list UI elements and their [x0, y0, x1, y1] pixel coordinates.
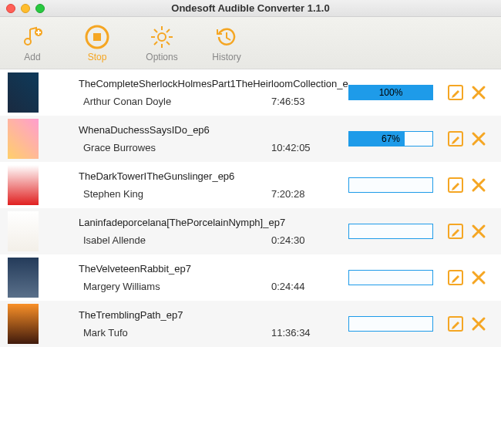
item-title: TheCompleteSherlockHolmesPart1TheHeirloo… — [79, 78, 348, 89]
progress-percent — [349, 178, 432, 192]
edit-button[interactable] — [447, 223, 464, 240]
music-plus-icon — [19, 24, 45, 50]
remove-button[interactable] — [470, 269, 487, 286]
stop-icon — [84, 24, 110, 50]
svg-point-4 — [158, 33, 166, 41]
progress-percent — [349, 317, 432, 331]
close-icon[interactable] — [6, 4, 15, 13]
item-info: TheVelveteenRabbit_ep7Margery Williams0:… — [39, 263, 348, 292]
edit-button[interactable] — [447, 130, 464, 147]
item-info: TheTremblingPath_ep7Mark Tufo11:36:34 — [39, 309, 348, 339]
window-title: Ondesoft Audible Converter 1.1.0 — [0, 2, 501, 14]
progress-bar — [348, 177, 433, 193]
remove-button[interactable] — [470, 84, 487, 101]
remove-button[interactable] — [470, 315, 487, 332]
item-author: Grace Burrowes — [79, 142, 271, 153]
stop-button[interactable]: Stop — [74, 24, 120, 62]
edit-button[interactable] — [447, 84, 464, 101]
progress-percent — [349, 224, 432, 238]
item-info: WhenaDuchessSaysIDo_ep6Grace Burrowes10:… — [39, 124, 348, 153]
item-title: WhenaDuchessSaysIDo_ep6 — [79, 124, 348, 136]
remove-button[interactable] — [470, 223, 487, 240]
history-button[interactable]: History — [203, 24, 250, 62]
cover-thumbnail — [8, 258, 39, 298]
svg-point-0 — [25, 39, 31, 45]
progress-bar: 67% — [348, 131, 433, 147]
remove-button[interactable] — [470, 130, 487, 147]
edit-button[interactable] — [447, 177, 464, 194]
progress-percent: 100% — [349, 86, 432, 99]
gear-icon — [149, 24, 175, 50]
edit-button[interactable] — [447, 315, 464, 332]
item-author: Isabel Allende — [79, 234, 271, 246]
add-button[interactable]: Add — [9, 24, 55, 62]
cover-thumbnail — [8, 211, 39, 251]
cover-thumbnail — [8, 165, 39, 205]
remove-button[interactable] — [470, 177, 487, 194]
cover-thumbnail — [8, 72, 39, 113]
item-duration: 0:24:30 — [271, 234, 333, 246]
progress-bar: 100% — [348, 85, 433, 100]
list-item[interactable]: TheTremblingPath_ep7Mark Tufo11:36:34 — [0, 301, 501, 347]
svg-line-9 — [154, 29, 157, 32]
list-item[interactable]: TheVelveteenRabbit_ep7Margery Williams0:… — [0, 254, 501, 301]
list-item[interactable]: WhenaDuchessSaysIDo_ep6Grace Burrowes10:… — [0, 116, 501, 162]
item-info: TheCompleteSherlockHolmesPart1TheHeirloo… — [39, 78, 348, 107]
item-info: TheDarkTowerITheGunslinger_ep6Stephen Ki… — [39, 170, 348, 200]
progress-percent — [349, 271, 432, 285]
list-item[interactable]: Laninfadeporcelana[ThePorcelainNymph]_ep… — [0, 208, 501, 254]
item-title: Laninfadeporcelana[ThePorcelainNymph]_ep… — [79, 217, 348, 228]
item-info: Laninfadeporcelana[ThePorcelainNymph]_ep… — [39, 217, 348, 246]
add-label: Add — [24, 52, 40, 62]
progress-bar — [348, 224, 433, 239]
item-duration: 7:20:28 — [271, 188, 333, 200]
progress-percent: 67% — [349, 132, 432, 146]
item-author: Stephen King — [79, 188, 271, 200]
item-title: TheTremblingPath_ep7 — [79, 309, 348, 321]
item-duration: 0:24:44 — [271, 281, 333, 292]
minimize-icon[interactable] — [21, 4, 30, 13]
window-titlebar: Ondesoft Audible Converter 1.1.0 — [0, 0, 501, 17]
cover-thumbnail — [8, 119, 39, 159]
item-author: Margery Williams — [79, 281, 271, 292]
item-duration: 11:36:34 — [271, 327, 333, 339]
item-author: Arthur Conan Doyle — [79, 96, 271, 107]
svg-line-12 — [166, 29, 170, 32]
list-item[interactable]: TheDarkTowerITheGunslinger_ep6Stephen Ki… — [0, 162, 501, 208]
item-duration: 10:42:05 — [271, 142, 333, 153]
edit-button[interactable] — [447, 269, 464, 286]
audiobook-list: TheCompleteSherlockHolmesPart1TheHeirloo… — [0, 69, 501, 347]
cover-thumbnail — [8, 304, 39, 344]
progress-bar — [348, 316, 433, 332]
svg-line-11 — [154, 42, 157, 45]
list-item[interactable]: TheCompleteSherlockHolmesPart1TheHeirloo… — [0, 69, 501, 116]
stop-label: Stop — [88, 52, 107, 62]
options-button[interactable]: Options — [139, 24, 185, 62]
svg-rect-3 — [93, 33, 101, 41]
item-title: TheDarkTowerITheGunslinger_ep6 — [79, 170, 348, 182]
toolbar: Add Stop Options History — [0, 17, 501, 69]
item-author: Mark Tufo — [79, 327, 271, 339]
history-label: History — [212, 52, 240, 62]
svg-line-10 — [166, 42, 170, 45]
item-title: TheVelveteenRabbit_ep7 — [79, 263, 348, 275]
item-duration: 7:46:53 — [271, 96, 333, 107]
progress-bar — [348, 270, 433, 285]
history-icon — [214, 24, 240, 50]
options-label: Options — [146, 52, 177, 62]
maximize-icon[interactable] — [35, 4, 45, 13]
